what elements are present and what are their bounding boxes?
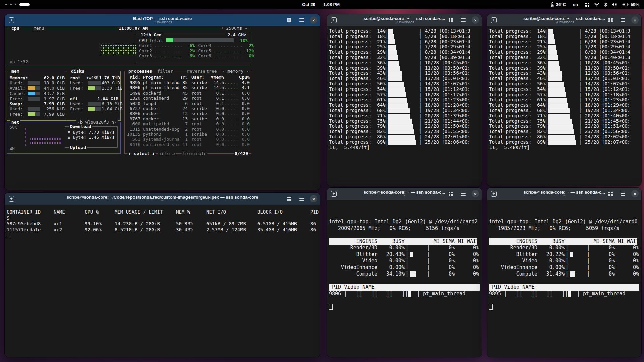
process-row[interactable]: 8416 containerd-shim 11 root 0.0 0.0 bbox=[126, 142, 250, 147]
progress-bar bbox=[548, 119, 579, 124]
refresh-interval[interactable]: + 2500ms - bbox=[220, 26, 248, 31]
process-name: docker bbox=[140, 116, 180, 121]
tab-tree[interactable]: tree bbox=[205, 69, 218, 74]
tab-processes[interactable]: processes bbox=[127, 69, 153, 74]
menubar-time[interactable]: 1:08 PM bbox=[323, 2, 340, 7]
workspace-dot[interactable] bbox=[5, 4, 7, 5]
info-control[interactable]: info ↵ bbox=[158, 151, 176, 156]
workspace-dot[interactable] bbox=[10, 4, 12, 5]
close-button[interactable] bbox=[631, 16, 639, 24]
titlebar[interactable]: scribe@sonda-core: ~ — ssh sonda-c... ~ bbox=[487, 188, 641, 200]
engine-mi-wait: 0% bbox=[455, 264, 479, 271]
menu-button[interactable] bbox=[459, 16, 467, 24]
mem-box-label[interactable]: mem bbox=[10, 69, 20, 74]
process-row[interactable]: 1498 dockerd 45 root 0.1 0.0 bbox=[126, 90, 250, 96]
titlebar[interactable]: scribe@sonda-core: ~ — ssh sonda-c... ~ bbox=[327, 188, 482, 200]
net-box-label[interactable]: net bbox=[10, 120, 20, 125]
process-row[interactable]: 6737 docker 24 scribe 0.0 0.0 bbox=[126, 106, 250, 111]
process-row[interactable]: 5030 fwupd 6 root 0.1 0.0 bbox=[126, 101, 250, 106]
menubar-date[interactable]: Oct 29 bbox=[302, 2, 315, 7]
titlebar[interactable]: scribe@sonda-core: ~ — ssh sonda-c... ~/… bbox=[327, 14, 482, 26]
process-user: root bbox=[188, 121, 209, 126]
menu-button[interactable] bbox=[619, 190, 627, 198]
workspace-dot[interactable] bbox=[15, 4, 16, 5]
titlebar[interactable]: scribe@sonda-core: ~/Code/repos/sonda.re… bbox=[5, 193, 320, 205]
wifi-icon[interactable] bbox=[594, 2, 600, 7]
new-tab-button[interactable] bbox=[330, 190, 338, 198]
process-row[interactable]: 561 systemd-journal 1 root 0.0 0.0 bbox=[126, 137, 250, 142]
tab-overview-button[interactable] bbox=[447, 16, 455, 24]
new-tab-button[interactable] bbox=[330, 16, 338, 24]
col-mem[interactable]: ▼Mem% bbox=[209, 75, 224, 80]
close-button[interactable] bbox=[310, 195, 317, 202]
progress-prefix: Total progress: 43%| bbox=[329, 70, 388, 76]
col-program[interactable]: Program: bbox=[140, 75, 180, 80]
menu-button[interactable] bbox=[298, 16, 306, 24]
app-grid-icon[interactable] bbox=[585, 2, 590, 7]
sort-selector[interactable]: ‹ memory › bbox=[221, 69, 250, 74]
new-tab-button[interactable] bbox=[7, 195, 15, 203]
terminal-docker-stats[interactable]: CONTAINER ID NAME CPU % MEM USAGE / LIMI… bbox=[5, 205, 320, 357]
tab-overview-button[interactable] bbox=[285, 16, 293, 24]
progress-prefix: Total progress: 71%| bbox=[489, 113, 548, 118]
process-row[interactable]: 8806 docker 13 scribe 0.0 0.0 bbox=[126, 111, 250, 116]
process-user: scribe bbox=[188, 80, 209, 85]
cpu-box-label[interactable]: cpu bbox=[10, 26, 20, 31]
bluetooth-icon[interactable] bbox=[604, 2, 607, 7]
tab-overview-button[interactable] bbox=[285, 195, 293, 203]
titlebar[interactable]: scribe@sonda-core: ~ — ssh sonda-c... ~/… bbox=[487, 14, 641, 26]
menu-button[interactable] bbox=[459, 190, 467, 198]
battery-icon[interactable] bbox=[622, 3, 629, 6]
engine-mi-sema: 0% bbox=[431, 245, 455, 251]
new-tab-button[interactable] bbox=[7, 16, 15, 24]
progress-line: Total progress: 25%|| 7/28 [00:29<01:4 bbox=[329, 44, 482, 50]
terminal-progress-a[interactable]: Total progress: 14%|| 4/28 [00:13<01:3 T… bbox=[327, 26, 482, 186]
progress-prefix: Total progress: 43%| bbox=[489, 70, 548, 76]
tab-reverse[interactable]: reverse bbox=[186, 69, 206, 74]
col-user[interactable]: User: bbox=[188, 75, 209, 80]
col-pid[interactable]: Pid: bbox=[126, 75, 140, 80]
terminal-gpu-a[interactable]: intel-gpu-top: Intel Dg2 (Gen12) @ /dev/… bbox=[327, 200, 482, 357]
menu-button[interactable] bbox=[298, 195, 306, 203]
close-button[interactable] bbox=[472, 190, 479, 197]
select-control[interactable]: ↑ select ↓ bbox=[127, 151, 156, 156]
tab-overview-button[interactable] bbox=[447, 190, 455, 198]
process-row[interactable]: 600 multipathd 7 root 0.0 0.0 bbox=[126, 121, 250, 126]
tab-overview-button[interactable] bbox=[606, 190, 614, 198]
terminate-control[interactable]: terminate bbox=[182, 151, 207, 156]
tab-filter[interactable]: filter bbox=[156, 69, 174, 74]
process-row[interactable]: 1320 containerd 29 root 0.1 0.0 bbox=[126, 96, 250, 101]
status-area[interactable]: 36°C en 59% bbox=[551, 2, 639, 7]
process-row[interactable]: 10135 python3 1 scribe 0.0 0.0 bbox=[126, 132, 250, 137]
terminal-gpu-b[interactable]: intel-gpu-top: Intel Dg2 (Gen12) @ /dev/… bbox=[487, 200, 641, 357]
process-row[interactable]: 1315 unattended-upgr 2 root 0.0 0.0 bbox=[126, 127, 250, 132]
titlebar[interactable]: BashTOP — ssh sonda-core ~/Downloads bbox=[5, 14, 320, 26]
close-button[interactable] bbox=[472, 16, 479, 24]
col-cpu[interactable]: Cpu% bbox=[237, 75, 250, 80]
process-row[interactable]: 9806 pt_main_thread 85 scribe 14.5 4.1 bbox=[126, 85, 250, 90]
new-tab-button[interactable] bbox=[490, 16, 498, 24]
process-row[interactable]: 9895 pt_main_thread 85 scribe 14.5 4.0 bbox=[126, 80, 250, 85]
workspace-active-pill[interactable] bbox=[19, 3, 30, 6]
progress-prefix: Total progress: 29%| bbox=[489, 49, 548, 55]
progress-bar bbox=[548, 103, 579, 108]
engine-mi-wait: 0% bbox=[615, 251, 639, 258]
net-box: net ‹b wlp0s20f3 n› 50K 4M Download ▼ By… bbox=[7, 122, 121, 154]
disks-box-label[interactable]: disks bbox=[70, 69, 85, 74]
process-row[interactable]: 8767 docker 13 scribe 0.0 0.0 bbox=[126, 116, 250, 121]
menu-label[interactable]: menu bbox=[33, 26, 45, 31]
tab-overview-button[interactable] bbox=[606, 16, 614, 24]
engine-name: VideoEnhance bbox=[329, 264, 377, 271]
close-button[interactable] bbox=[631, 190, 639, 197]
col-threads[interactable]: Tr: bbox=[180, 75, 188, 80]
new-tab-button[interactable] bbox=[490, 190, 498, 198]
keyboard-layout[interactable]: en bbox=[573, 2, 578, 7]
terminal-bashtop[interactable]: cpu menu 11:08:07 AM + 2500ms - up 1:32 … bbox=[5, 26, 320, 190]
menu-button[interactable] bbox=[619, 16, 627, 24]
terminal-progress-b[interactable]: Total progress: 14%|| 4/28 [00:13<01:3 T… bbox=[487, 26, 641, 186]
process-name: docker bbox=[140, 111, 180, 116]
core-percent: 6% bbox=[184, 53, 195, 58]
close-button[interactable] bbox=[310, 16, 317, 24]
workspace-indicator[interactable] bbox=[5, 3, 30, 6]
volume-icon[interactable] bbox=[612, 2, 617, 7]
